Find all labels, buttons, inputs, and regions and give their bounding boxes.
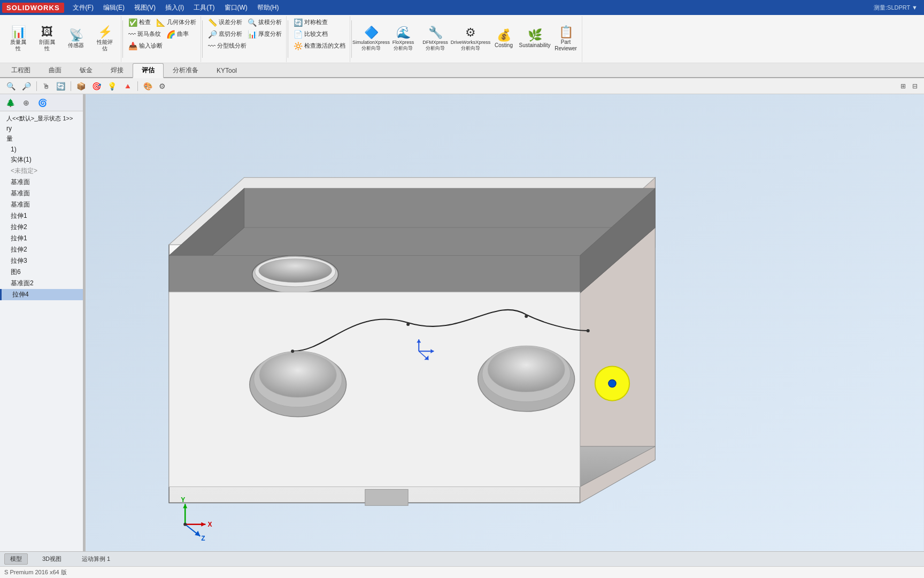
view-orient-icon[interactable]: 🎯 — [90, 81, 103, 92]
tree-item-plane3[interactable]: 基准面 — [0, 199, 85, 210]
toolbar-group-xpress: 🔷 SimulationXpress分析向导 🌊 FloXpress分析向导 🔧… — [353, 16, 582, 62]
sensor-button[interactable]: 📡 传感器 — [62, 23, 90, 55]
symmetry-check-button[interactable]: 🔄 对称检查 — [291, 17, 330, 28]
status-tab-model[interactable]: 模型 — [4, 553, 28, 565]
tree-item-quantity[interactable]: 量 — [0, 133, 85, 144]
tree-item-plane1[interactable]: 基准面 — [0, 177, 85, 188]
costing-button[interactable]: 💰 Costing — [490, 23, 518, 55]
expand-icon[interactable]: ⊞ — [898, 81, 908, 91]
tree-item-extrude4[interactable]: 拉伸4 — [0, 289, 85, 300]
feature-tree-icon[interactable]: 🌲 — [3, 96, 17, 110]
draft-icon: 🔍 — [248, 18, 257, 27]
tree-item-solid[interactable]: 实体(1) — [0, 154, 85, 165]
view-display-icon[interactable]: 💡 — [105, 81, 119, 92]
toolbar-group-quality: 📊 质量属性 🖼 剖面属性 📡 传感器 ⚡ 性能评估 — [2, 16, 121, 62]
tree-item-extrude2b[interactable]: 拉伸2 — [0, 244, 85, 255]
property-manager-icon[interactable]: ⊕ — [19, 96, 33, 110]
deviation-analysis-button[interactable]: 📏 误差分析 — [206, 17, 244, 28]
status-tab-3d-view[interactable]: 3D视图 — [36, 553, 67, 565]
rotate-icon[interactable]: 🔄 — [54, 81, 67, 92]
tree-item-unspecified[interactable]: <未指定> — [0, 165, 85, 177]
zebra-lines-button[interactable]: 〰 斑马条纹 — [126, 29, 163, 40]
status-tab-motion[interactable]: 运动算例 1 — [76, 553, 116, 565]
tree-item-ry[interactable]: ry — [0, 124, 85, 133]
tab-bar: 工程图 曲面 钣金 焊接 评估 分析准备 KYTool — [0, 63, 924, 78]
menu-file[interactable]: 文件(F) — [68, 2, 98, 13]
input-diag-button[interactable]: 📥 输入诊断 — [126, 41, 165, 51]
tree-ry-label: ry — [6, 125, 12, 132]
panel-resize-handle[interactable] — [83, 94, 85, 551]
appearance-icon[interactable]: 🎨 — [141, 81, 155, 92]
simulation-xpress-button[interactable]: 🔷 SimulationXpress分析向导 — [355, 23, 387, 55]
drive-works-xpress-button[interactable]: ⚙ DriveWorksXpress分析向导 — [452, 23, 489, 55]
tab-surface[interactable]: 曲面 — [40, 63, 71, 77]
undercut-analysis-button[interactable]: 🔎 底切分析 — [206, 29, 244, 40]
tree-item-sketch6[interactable]: 图6 — [0, 267, 85, 278]
tab-analysis-prep[interactable]: 分析准备 — [164, 63, 207, 77]
check-button[interactable]: ✅ 检查 — [126, 17, 153, 28]
undercut-label: 底切分析 — [219, 30, 242, 38]
tab-kytool[interactable]: KYTool — [207, 64, 246, 77]
collapse-icon[interactable]: ⊟ — [910, 81, 920, 91]
tree-item-1[interactable]: 1) — [0, 144, 85, 154]
cursor-icon[interactable]: 🖱 — [40, 81, 52, 92]
section-view-label: 剖面属性 — [39, 39, 55, 52]
zoom-selection-icon[interactable]: 🔎 — [20, 81, 33, 92]
geometry-check-button[interactable]: 📐 几何体分析 — [154, 17, 198, 28]
check-activate-button[interactable]: 🔆 检查激活的文档 — [291, 41, 348, 51]
performance-button[interactable]: ⚡ 性能评估 — [91, 23, 119, 55]
compare-doc-button[interactable]: 📄 比较文档 — [291, 29, 330, 40]
input-diag-icon: 📥 — [128, 42, 137, 50]
tab-sheet-metal[interactable]: 钣金 — [71, 63, 102, 77]
settings-icon[interactable]: ⚙ — [157, 81, 168, 92]
view-box-icon[interactable]: 📦 — [74, 81, 88, 92]
parting-line-analysis-button[interactable]: 〰 分型线分析 — [206, 41, 249, 51]
menu-view[interactable]: 视图(V) — [130, 2, 160, 13]
tree-item-header[interactable]: 人<<默认>_显示状态 1>> — [0, 113, 85, 124]
curvature-label: 曲率 — [177, 30, 189, 38]
tab-evaluate[interactable]: 评估 — [133, 63, 164, 78]
menu-edit[interactable]: 编辑(E) — [99, 2, 129, 13]
thickness-analysis-button[interactable]: 📊 厚度分析 — [245, 29, 284, 40]
part-reviewer-label: PartReviewer — [555, 39, 577, 52]
flo-xpress-label: FloXpress分析向导 — [392, 40, 414, 51]
part-reviewer-button[interactable]: 📋 PartReviewer — [552, 23, 580, 55]
svg-text:Z: Z — [201, 535, 205, 542]
viewport[interactable]: X Y Z — [86, 94, 924, 551]
menu-insert[interactable]: 插入(I) — [161, 2, 188, 13]
tree-item-refplane2[interactable]: 基准面2 — [0, 278, 85, 289]
tab-drawing[interactable]: 工程图 — [2, 63, 40, 77]
tree-quantity-label: 量 — [6, 134, 13, 143]
section-view-icon2[interactable]: 🔺 — [121, 81, 134, 92]
draft-analysis-button[interactable]: 🔍 拔模分析 — [245, 17, 284, 28]
sustainability-button[interactable]: 🌿 Sustainability — [519, 23, 551, 55]
tree-item-extrude1[interactable]: 拉伸1 — [0, 210, 85, 222]
tab-weldments[interactable]: 焊接 — [102, 63, 133, 77]
tree-extrude3-label: 拉伸3 — [11, 256, 27, 265]
menu-tools[interactable]: 工具(T) — [189, 2, 219, 13]
icon-bar-sep-3 — [137, 81, 138, 91]
quality-check-label: 质量属性 — [10, 39, 26, 52]
section-view-button[interactable]: 🖼 剖面属性 — [33, 23, 61, 55]
tree-item-extrude2[interactable]: 拉伸2 — [0, 222, 85, 233]
tree-item-extrude1b[interactable]: 拉伸1 — [0, 233, 85, 244]
thickness-icon: 📊 — [248, 30, 257, 39]
tree-item-extrude3[interactable]: 拉伸3 — [0, 255, 85, 267]
tree-item-plane2[interactable]: 基准面 — [0, 188, 85, 199]
svg-point-26 — [587, 329, 590, 332]
zoom-icon[interactable]: 🔍 — [4, 81, 18, 92]
app-logo[interactable]: SOLIDWORKS — [2, 3, 64, 13]
config-manager-icon[interactable]: 🌀 — [35, 96, 49, 110]
dfm-xpress-button[interactable]: 🔧 DFMXpress分析向导 — [419, 23, 451, 55]
flo-xpress-icon: 🌊 — [396, 27, 411, 39]
curvature-button[interactable]: 🌈 曲率 — [164, 29, 191, 40]
quality-check-button[interactable]: 📊 质量属性 — [4, 23, 32, 55]
menu-help[interactable]: 帮助(H) — [253, 2, 283, 13]
panel-header: 🌲 ⊕ 🌀 — [0, 94, 85, 111]
3d-part-view: X Y Z — [86, 94, 924, 551]
flo-xpress-button[interactable]: 🌊 FloXpress分析向导 — [388, 23, 418, 55]
icon-bar-sep-1 — [36, 81, 37, 91]
menu-window[interactable]: 窗口(W) — [220, 2, 252, 13]
input-diag-label: 输入诊断 — [139, 42, 163, 50]
draft-label: 拔模分析 — [258, 18, 282, 26]
